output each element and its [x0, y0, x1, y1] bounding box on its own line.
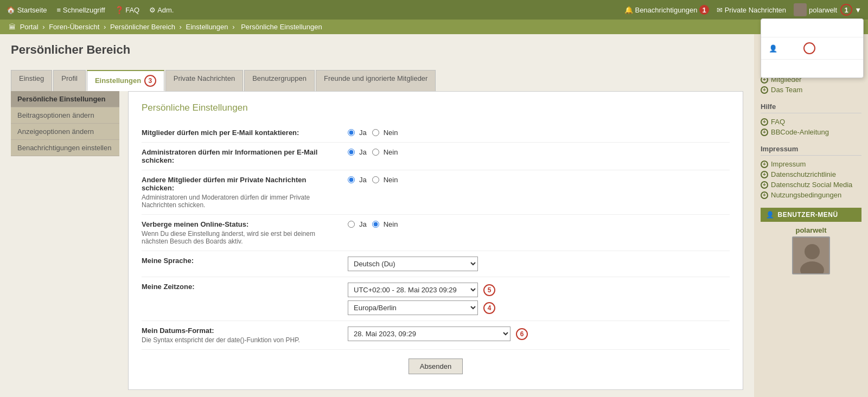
user-menu-icon: ☰	[769, 24, 775, 32]
radio-admin-email-ja-label: Ja	[359, 148, 367, 156]
nav-faq[interactable]: ❓ FAQ	[115, 6, 140, 14]
bars-icon: ≡	[57, 6, 61, 14]
user-menu-button[interactable]: polarwelt 1 ▼	[794, 3, 861, 16]
circle-icon	[761, 191, 768, 199]
gear-icon: ⚙	[149, 6, 156, 14]
tab-profil[interactable]: Profil	[53, 70, 86, 91]
top-nav-right: 🔔 Benachrichtigungen 1 ✉ Private Nachric…	[624, 3, 861, 16]
form-row-language: Meine Sprache: Deutsch (Du) English	[142, 251, 730, 277]
nav-startseite[interactable]: 🏠 Startseite	[7, 6, 47, 14]
timezone-utc-select[interactable]: UTC+02:00 - 28. Mai 2023 09:29	[348, 283, 478, 297]
private-messages-link[interactable]: ✉ Private Nachrichten	[717, 6, 786, 14]
radio-email-contact-ja-label: Ja	[359, 129, 367, 137]
radio-private-msg-ja[interactable]	[348, 176, 355, 183]
portal-icon: 🏛	[9, 23, 16, 31]
timezone-region-select[interactable]: Europa/Berlin	[348, 300, 478, 315]
user-avatar-area: polarwelt	[761, 226, 861, 274]
control-timezone: UTC+02:00 - 28. Mai 2023 09:29 5 Europa/…	[348, 283, 495, 315]
notification-badge: 1	[699, 5, 709, 15]
submit-button[interactable]: Absenden	[409, 358, 463, 374]
label-language: Meine Sprache:	[142, 257, 348, 265]
sidebar-link-datenschutz[interactable]: Datenschutzrichtlinie	[761, 169, 861, 180]
breadcrumb: 🏛 Portal › Foren-Übersicht › Persönliche…	[0, 20, 868, 34]
language-select[interactable]: Deutsch (Du) English	[348, 257, 478, 271]
nav-schnellzugriff[interactable]: ≡ Schnellzugriff	[57, 6, 105, 14]
circle-icon	[761, 161, 768, 168]
user-dropdown: ☰ Persönlicher Bereich 👤 Profil 2 ⏻ Abme…	[761, 18, 864, 78]
sidebar-section-hilfe: Hilfe FAQ BBCode-Anleitung	[761, 103, 861, 137]
radio-private-msg-nein[interactable]	[372, 176, 379, 183]
home-icon: 🏠	[7, 6, 15, 14]
annotation-6: 6	[516, 328, 528, 340]
radio-email-ja: Ja	[348, 129, 367, 137]
radio-online-status-nein[interactable]	[372, 221, 379, 228]
dropdown-personal-area[interactable]: ☰ Persönlicher Bereich	[761, 19, 863, 37]
label-private-messages: Andere Mitglieder dürfen mir Private Nac…	[142, 176, 348, 209]
radio-email-contact-nein-label: Nein	[384, 129, 398, 137]
radio-online-status-ja[interactable]	[348, 221, 355, 228]
tab-einstellungen[interactable]: Einstellungen 3	[87, 70, 164, 91]
tab-private-nachrichten[interactable]: Private Nachrichten	[165, 70, 243, 91]
circle-icon	[761, 86, 768, 94]
chevron-down-icon: ▼	[854, 6, 861, 14]
radio-email-nein: Nein	[372, 129, 398, 137]
dropdown-abmelden[interactable]: ⏻ Abmelden	[761, 60, 863, 78]
sidebar-link-impressum[interactable]: Impressum	[761, 159, 861, 169]
radio-email-contact-nein[interactable]	[372, 129, 379, 136]
user-menu-section: 👤 BENUTZER-MENÜ	[761, 208, 861, 222]
sidebar-username: polarwelt	[761, 226, 861, 234]
radio-admin-email-ja[interactable]	[348, 149, 355, 156]
username-label: polarwelt	[809, 6, 837, 14]
radio-private-msg-ja-label: Ja	[359, 176, 367, 184]
breadcrumb-current: Persönliche Einstellungen	[241, 23, 322, 31]
sidebar-link-bbcode[interactable]: BBCode-Anleitung	[761, 127, 861, 137]
tab-freunde[interactable]: Freunde und ignorierte Mitglieder	[316, 70, 436, 91]
notifications-link[interactable]: 🔔 Benachrichtigungen 1	[624, 5, 709, 15]
circle-icon	[761, 118, 768, 126]
sidebar-item-benachrichtigungen[interactable]: Benachrichtigungen einstellen	[11, 140, 119, 156]
sidebar-item-persoenliche[interactable]: Persönliche Einstellungen	[11, 91, 119, 107]
person-icon: 👤	[769, 44, 777, 53]
right-sidebar: Index Foren-Übersicht Suche Mitglieder D…	[754, 34, 868, 397]
top-nav-left: 🏠 Startseite ≡ Schnellzugriff ❓ FAQ ⚙ Ad…	[7, 6, 174, 14]
form-row-admin-email: Administratoren dürfen mir Informationen…	[142, 143, 730, 170]
radio-admin-email-nein[interactable]	[372, 149, 379, 156]
submit-row: Absenden	[142, 350, 730, 379]
tab-einstieg[interactable]: Einstieg	[11, 70, 52, 91]
radio-online-status-nein-label: Nein	[384, 220, 398, 228]
top-navigation: 🏠 Startseite ≡ Schnellzugriff ❓ FAQ ⚙ Ad…	[0, 0, 868, 20]
form-row-timezone: Meine Zeitzone: UTC+02:00 - 28. Mai 2023…	[142, 277, 730, 321]
timezone-selects: UTC+02:00 - 28. Mai 2023 09:29 5 Europa/…	[348, 283, 495, 315]
sidebar-link-datenschutz-social[interactable]: Datenschutz Social Media	[761, 180, 861, 190]
sidebar-item-anzeigeoptionen[interactable]: Anzeigeoptionen ändern	[11, 124, 119, 140]
label-admin-email: Administratoren dürfen mir Informationen…	[142, 148, 348, 164]
radio-online-status-ja-label: Ja	[359, 220, 367, 228]
annotation-4: 4	[483, 302, 495, 314]
date-format-select[interactable]: 28. Mai 2023, 09:29 2023-05-28	[348, 326, 510, 341]
control-private-messages: Ja Nein	[348, 176, 398, 184]
question-icon: ❓	[115, 6, 124, 14]
tab-benutzergruppen[interactable]: Benutzergruppen	[244, 70, 315, 91]
user-avatar-link[interactable]: polarwelt	[761, 226, 861, 274]
form-row-private-messages: Andere Mitglieder dürfen mir Private Nac…	[142, 170, 730, 215]
annotation-5: 5	[483, 284, 495, 296]
sidebar-link-nutzungsbedingungen[interactable]: Nutzungsbedingungen	[761, 190, 861, 200]
sidebar-item-beitragsoptionen[interactable]: Beitragsoptionen ändern	[11, 107, 119, 124]
sidebar-link-faq[interactable]: FAQ	[761, 117, 861, 127]
dropdown-profil[interactable]: 👤 Profil 2	[761, 37, 863, 60]
content-area: Persönlicher Bereich Einstieg Profil Ein…	[0, 34, 754, 397]
left-sidebar: Persönliche Einstellungen Beitragsoption…	[11, 91, 119, 156]
label-date-format: Mein Datums-Format: Die Syntax entsprich…	[142, 326, 348, 344]
breadcrumb-personal[interactable]: Persönlicher Bereich	[110, 23, 175, 31]
sidebar-link-das-team[interactable]: Das Team	[761, 85, 861, 95]
circle-icon	[761, 181, 768, 189]
breadcrumb-foren[interactable]: Foren-Übersicht	[49, 23, 99, 31]
nav-adm[interactable]: ⚙ Adm.	[149, 6, 174, 14]
breadcrumb-portal[interactable]: Portal	[20, 23, 39, 31]
radio-email-contact-ja[interactable]	[348, 129, 355, 136]
breadcrumb-einstellungen[interactable]: Einstellungen	[186, 23, 228, 31]
sidebar-section-impressum-title: Impressum	[761, 145, 861, 156]
form-row-online-status: Verberge meinen Online-Status: Wenn Du d…	[142, 215, 730, 251]
sidebar-section-hilfe-title: Hilfe	[761, 103, 861, 113]
tabs-bar: Einstieg Profil Einstellungen 3 Private …	[11, 70, 743, 91]
